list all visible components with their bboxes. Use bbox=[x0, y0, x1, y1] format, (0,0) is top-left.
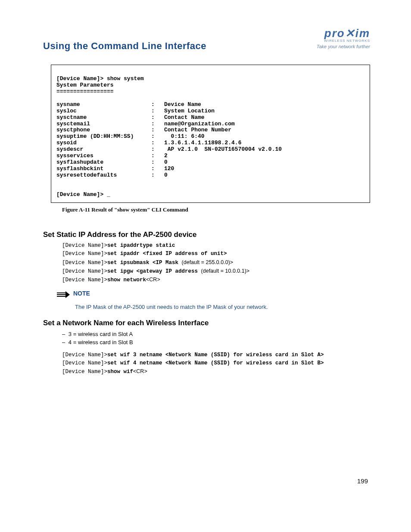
command-line: [Device Name]>set ipsubmask <IP Mask (de… bbox=[62, 258, 370, 267]
cli-parameter-row: sysflashupdate:0 bbox=[56, 159, 364, 166]
command-line: [Device Name]>show wif<CR> bbox=[62, 367, 370, 376]
cli-param-value: 0:11: 6:40 bbox=[164, 134, 364, 140]
logo-subtext: WIRELESS NETWORKS bbox=[317, 39, 370, 43]
figure-caption: Figure A-11 Result of "show system" CLI … bbox=[62, 206, 370, 213]
cli-colon: : bbox=[151, 102, 164, 108]
cli-parameter-row: sysflashbckint:120 bbox=[56, 166, 364, 172]
cli-colon: : bbox=[151, 166, 164, 172]
cli-param-key: sysflashupdate bbox=[56, 159, 151, 166]
cmd-prompt: [Device Name]> bbox=[62, 260, 107, 266]
cli-param-key: sysresettodefaults bbox=[56, 172, 151, 179]
cli-colon: : bbox=[151, 121, 164, 128]
cmd-text: show network bbox=[107, 277, 146, 283]
cli-param-value: AP v2.1.0 SN-02UT16570004 v2.0.10 bbox=[164, 146, 364, 153]
note-arrow-icon bbox=[56, 291, 71, 300]
cli-param-key: sysctphone bbox=[56, 127, 151, 134]
cli-colon: : bbox=[151, 127, 164, 134]
cli-prompt-line: [Device Name]> show system bbox=[56, 75, 144, 82]
note-header-row: NOTE bbox=[56, 290, 370, 300]
cli-param-value: System Location bbox=[164, 108, 364, 115]
cmd-text: set ipaddr <fixed IP address of unit> bbox=[107, 251, 227, 257]
cmd-prompt: [Device Name]> bbox=[62, 268, 107, 274]
cli-param-key: sysflashbckint bbox=[56, 166, 151, 172]
cli-param-key: sysservices bbox=[56, 153, 151, 159]
cli-section-header: System Parameters bbox=[56, 82, 114, 88]
cli-parameter-row: sysresettodefaults:0 bbox=[56, 172, 364, 179]
note-label: NOTE bbox=[73, 290, 90, 297]
command-block-static-ip: [Device Name]>set ipaddrtype static[Devi… bbox=[62, 242, 370, 285]
cmd-text: set ipgw <gateway IP address bbox=[107, 268, 201, 274]
cli-param-value: Contact Name bbox=[164, 115, 364, 121]
cli-parameter-row: sysuptime (DD:HH:MM:SS): 0:11: 6:40 bbox=[56, 134, 364, 140]
command-block-wif: [Device Name]>set wif 3 netname <Network… bbox=[62, 351, 370, 376]
cli-param-value: 2 bbox=[164, 153, 364, 159]
cli-colon: : bbox=[151, 140, 164, 146]
section-heading-network-name: Set a Network Name for each Wireless Int… bbox=[43, 319, 370, 327]
cli-param-key: sysname bbox=[56, 102, 151, 108]
logo-tagline: Take your network further bbox=[317, 44, 370, 49]
page-number: 199 bbox=[357, 477, 368, 485]
bullet-item: 3 = wireless card in Slot A bbox=[60, 330, 370, 339]
cmd-text: set wif 4 netname <Network Name (SSID) f… bbox=[107, 360, 324, 366]
cli-colon: : bbox=[151, 172, 164, 179]
cmd-plain: (default = 255.0.0.0)> bbox=[182, 259, 234, 265]
cli-parameter-row: sysloc:System Location bbox=[56, 108, 364, 115]
cmd-plain: (default = 10.0.0.1)> bbox=[201, 268, 250, 274]
cli-parameter-row: sysdescr: AP v2.1.0 SN-02UT16570004 v2.0… bbox=[56, 146, 364, 153]
cli-parameter-row: sysoid:1.3.6.1.4.1.11898.2.4.6 bbox=[56, 140, 364, 146]
cmd-text: set ipsubmask <IP Mask bbox=[107, 260, 182, 266]
page-title: Using the Command Line Interface bbox=[43, 40, 206, 52]
cli-parameter-row: sysname:Device Name bbox=[56, 102, 364, 108]
cli-colon: : bbox=[151, 153, 164, 159]
cli-colon: : bbox=[151, 146, 164, 153]
note-body: The IP Mask of the AP-2500 unit needs to… bbox=[75, 304, 370, 310]
cli-param-value: Device Name bbox=[164, 102, 364, 108]
cli-colon: : bbox=[151, 134, 164, 140]
cli-parameter-row: sysctname:Contact Name bbox=[56, 115, 364, 121]
cli-param-key: sysloc bbox=[56, 108, 151, 115]
cli-output-box: [Device Name]> show system System Parame… bbox=[51, 65, 370, 203]
logo-accent-icon: ✕ bbox=[345, 27, 355, 40]
cli-colon: : bbox=[151, 108, 164, 115]
cli-param-key: sysctemail bbox=[56, 121, 151, 128]
cli-param-value: 120 bbox=[164, 166, 364, 172]
command-line: [Device Name]>set ipaddr <fixed IP addre… bbox=[62, 250, 370, 258]
cli-param-value: 1.3.6.1.4.1.11898.2.4.6 bbox=[164, 140, 364, 146]
bullet-item: 4 = wireless card in Slot B bbox=[60, 338, 370, 347]
cmd-prompt: [Device Name]> bbox=[62, 360, 107, 366]
page-header: Using the Command Line Interface pro✕im … bbox=[43, 30, 370, 52]
cmd-prompt: [Device Name]> bbox=[62, 251, 107, 257]
cmd-prompt: [Device Name]> bbox=[62, 277, 107, 283]
cmd-text: set ipaddrtype static bbox=[107, 243, 175, 249]
command-line: [Device Name]>set ipgw <gateway IP addre… bbox=[62, 267, 370, 276]
cli-param-value: 0 bbox=[164, 172, 364, 179]
cli-param-value: name@Organization.com bbox=[164, 121, 364, 128]
command-line: [Device Name]>set wif 3 netname <Network… bbox=[62, 351, 370, 359]
cli-param-key: sysoid bbox=[56, 140, 151, 146]
bullet-list: 3 = wireless card in Slot A4 = wireless … bbox=[60, 330, 370, 347]
cmd-plain: <CR> bbox=[133, 368, 147, 374]
command-line: [Device Name]>set wif 4 netname <Network… bbox=[62, 359, 370, 367]
cli-parameter-row: sysservices:2 bbox=[56, 153, 364, 159]
logo-text-2: im bbox=[355, 27, 370, 40]
cmd-prompt: [Device Name]> bbox=[62, 352, 107, 358]
command-line: [Device Name]>show network<CR> bbox=[62, 276, 370, 284]
cmd-plain: <CR> bbox=[146, 277, 160, 283]
cli-param-key: sysctname bbox=[56, 115, 151, 121]
cmd-text: show wif bbox=[107, 369, 133, 375]
cli-colon: : bbox=[151, 159, 164, 166]
command-line: [Device Name]>set ipaddrtype static bbox=[62, 242, 370, 250]
cli-param-key: sysdescr bbox=[56, 146, 151, 153]
cli-colon: : bbox=[151, 115, 164, 121]
cmd-prompt: [Device Name]> bbox=[62, 369, 107, 375]
cli-parameter-row: sysctphone:Contact Phone Number bbox=[56, 127, 364, 134]
cli-rule: ================= bbox=[56, 88, 114, 95]
logo-text-1: pro bbox=[324, 27, 345, 40]
svg-marker-3 bbox=[65, 291, 70, 298]
brand-logo: pro✕im WIRELESS NETWORKS Take your netwo… bbox=[317, 27, 370, 49]
cmd-prompt: [Device Name]> bbox=[62, 243, 107, 249]
cli-parameter-row: sysctemail:name@Organization.com bbox=[56, 121, 364, 128]
cli-param-value: 0 bbox=[164, 159, 364, 166]
cli-prompt-end: [Device Name]> _ bbox=[56, 191, 110, 198]
section-heading-static-ip: Set Static IP Address for the AP-2500 de… bbox=[43, 230, 370, 239]
